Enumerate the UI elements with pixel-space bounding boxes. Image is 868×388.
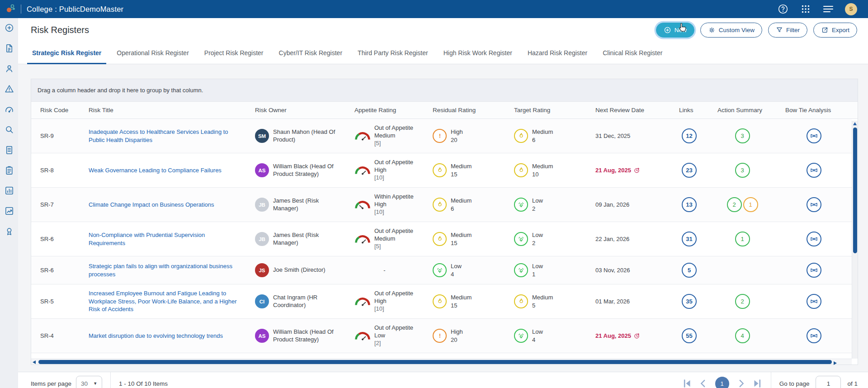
- action-count-badge[interactable]: 4: [735, 328, 750, 343]
- sidebar-document-icon[interactable]: [4, 43, 15, 54]
- sidebar-users-icon[interactable]: [4, 63, 15, 74]
- column-header-links[interactable]: Links: [670, 107, 708, 114]
- tab-strategic-risk-register[interactable]: Strategic Risk Register: [24, 42, 109, 64]
- bowtie-button[interactable]: [807, 197, 821, 212]
- group-by-bar[interactable]: Drag a column header and drop it here to…: [31, 79, 858, 102]
- new-button[interactable]: New: [656, 23, 694, 38]
- links-count-badge[interactable]: 23: [682, 163, 697, 178]
- column-header-bow-tie-analysis[interactable]: Bow Tie Analysis: [776, 107, 852, 114]
- flame-icon: [433, 232, 447, 246]
- tab-clinical-risk-register[interactable]: Clinical Risk Register: [595, 42, 670, 64]
- column-header-appetite-rating[interactable]: Appetite Rating: [345, 107, 424, 114]
- risk-title-link[interactable]: Weak Governance Leading to Compliance Fa…: [89, 166, 229, 175]
- action-summary-cell: 1: [708, 232, 776, 246]
- tab-operational-risk-register[interactable]: Operational Risk Register: [109, 42, 197, 64]
- bowtie-icon: [809, 200, 819, 209]
- bowtie-button[interactable]: [807, 294, 821, 309]
- horizontal-scrollbar[interactable]: [31, 359, 852, 364]
- menu-icon[interactable]: [822, 3, 834, 15]
- links-count-badge[interactable]: 5: [682, 263, 697, 278]
- target-rating: Low2: [505, 197, 586, 213]
- export-button[interactable]: Export: [813, 23, 857, 38]
- flame-icon: [514, 129, 528, 143]
- risk-title-cell: Weak Governance Leading to Compliance Fa…: [80, 166, 246, 175]
- action-count-badge[interactable]: 2: [727, 197, 742, 212]
- filter-button[interactable]: Filter: [768, 23, 807, 38]
- owner-name: James Best (Risk Manager): [273, 232, 345, 247]
- action-count-badge[interactable]: 3: [735, 128, 750, 143]
- page-title: Risk Registers: [31, 25, 89, 35]
- risk-title-link[interactable]: Climate Change Impact on Business Operat…: [89, 201, 221, 209]
- action-count-badge[interactable]: 1: [743, 197, 758, 212]
- links-count-badge[interactable]: 12: [682, 128, 697, 143]
- sidebar-report-icon[interactable]: [4, 185, 15, 196]
- next-page-button[interactable]: [736, 378, 746, 388]
- vertical-scrollbar[interactable]: [852, 121, 858, 359]
- tab-hazard-risk-register[interactable]: Hazard Risk Register: [520, 42, 595, 64]
- links-count-badge[interactable]: 35: [682, 294, 697, 309]
- page-of-label: of 1: [847, 380, 858, 387]
- sidebar-review-icon[interactable]: [4, 124, 15, 135]
- tab-third-party-risk-register[interactable]: Third Party Risk Register: [350, 42, 436, 64]
- column-header-next-review-date[interactable]: Next Review Date: [586, 107, 670, 114]
- risk-title-link[interactable]: Market disruption due to evolving techno…: [89, 332, 230, 340]
- column-header-risk-code[interactable]: Risk Code: [31, 107, 80, 114]
- gauge-icon: [354, 234, 371, 244]
- action-count-badge[interactable]: 1: [735, 232, 750, 246]
- gauge-icon: [354, 165, 371, 175]
- column-header-risk-owner[interactable]: Risk Owner: [246, 107, 345, 114]
- column-header-action-summary[interactable]: Action Summary: [708, 107, 776, 114]
- flame-icon: [433, 163, 447, 177]
- current-page-button[interactable]: 1: [715, 377, 729, 388]
- links-count-badge[interactable]: 55: [682, 328, 697, 343]
- alert-icon: !: [433, 129, 447, 143]
- vertical-scrollbar-thumb[interactable]: [853, 128, 857, 253]
- tab-high-risk-work-register[interactable]: High Risk Work Register: [436, 42, 520, 64]
- tab-project-risk-register[interactable]: Project Risk Register: [197, 42, 271, 64]
- owner-avatar: AS: [255, 163, 269, 177]
- help-icon[interactable]: [777, 3, 789, 15]
- bowtie-button[interactable]: [807, 163, 821, 178]
- bowtie-button[interactable]: [807, 328, 821, 343]
- risk-title-link[interactable]: Inadequate Access to Healthcare Services…: [89, 128, 246, 144]
- appetite-rating: Out of AppetiteLow[2]: [345, 324, 424, 347]
- svg-text:!: !: [439, 133, 441, 139]
- items-per-page-select[interactable]: 30 ▼: [76, 376, 102, 388]
- risk-title-link[interactable]: Non-Compliance with Prudential Supervisi…: [89, 231, 246, 247]
- action-count-badge[interactable]: 3: [735, 163, 750, 178]
- bowtie-button[interactable]: [807, 232, 821, 246]
- apps-grid-icon[interactable]: [800, 3, 811, 15]
- gauge-icon: [354, 296, 371, 307]
- bowtie-button[interactable]: [807, 128, 821, 143]
- last-page-button[interactable]: [752, 378, 763, 388]
- column-header-target-rating[interactable]: Target Rating: [505, 107, 586, 114]
- column-header-residual-rating[interactable]: Residual Rating: [424, 107, 505, 114]
- app-logo-icon[interactable]: [5, 3, 17, 15]
- bowtie-button[interactable]: [807, 263, 821, 278]
- sidebar-task-icon[interactable]: [4, 165, 15, 176]
- tab-cyber-it-risk-register[interactable]: Cyber/IT Risk Register: [271, 42, 350, 64]
- links-count-badge[interactable]: 13: [682, 197, 697, 212]
- risk-title-link[interactable]: Strategic plan fails to align with organ…: [89, 262, 246, 278]
- first-page-button[interactable]: [682, 378, 693, 388]
- custom-view-button[interactable]: Custom View: [700, 23, 762, 38]
- column-header-risk-title[interactable]: Risk Title: [80, 107, 246, 114]
- action-count-badge[interactable]: 2: [735, 294, 750, 309]
- sidebar-indicator-icon[interactable]: [4, 104, 15, 115]
- target-rating: Low1: [505, 262, 586, 278]
- horizontal-scrollbar-thumb[interactable]: [38, 360, 832, 364]
- goto-page-input[interactable]: [816, 376, 841, 388]
- sidebar-register-icon[interactable]: [4, 144, 15, 156]
- links-count-badge[interactable]: 31: [682, 232, 697, 246]
- prev-page-button[interactable]: [698, 378, 708, 388]
- next-review-date: 21 Aug, 2025: [586, 167, 670, 174]
- sidebar-performance-icon[interactable]: [4, 205, 15, 217]
- gauge-icon: [354, 199, 371, 210]
- user-avatar[interactable]: S: [845, 3, 857, 15]
- bell-icon: [514, 263, 528, 277]
- sidebar-risk-icon[interactable]: [4, 83, 15, 95]
- sidebar-add-icon[interactable]: [4, 22, 15, 33]
- page-header: Risk Registers New Custom View Filter Ex…: [18, 18, 868, 42]
- sidebar-compliance-icon[interactable]: [4, 226, 15, 237]
- risk-title-link[interactable]: Increased Employee Burnout and Fatigue L…: [89, 289, 246, 313]
